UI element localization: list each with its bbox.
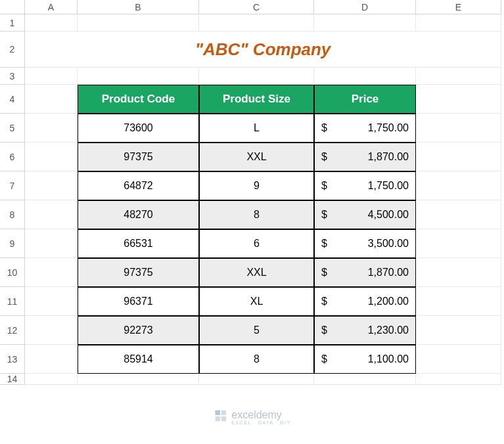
cell-e4[interactable] [416,85,501,114]
table-header-size[interactable]: Product Size [199,85,314,114]
table-row[interactable]: 48270 [78,200,199,229]
table-row[interactable]: 97375 [78,258,199,287]
cell-a12[interactable] [25,316,78,345]
cell-a5[interactable] [25,114,78,143]
currency-symbol: $ [321,151,327,163]
row-header-5[interactable]: 5 [0,114,25,143]
table-row[interactable]: 8 [199,345,314,374]
cell-a1[interactable] [25,14,78,32]
cell-a4[interactable] [25,85,78,114]
table-row[interactable]: 85914 [78,345,199,374]
col-header-e[interactable]: E [416,0,501,14]
col-header-c[interactable]: C [199,0,314,14]
table-row[interactable]: $3,500.00 [314,229,416,258]
table-row[interactable]: $1,870.00 [314,258,416,287]
row-header-12[interactable]: 12 [0,316,25,345]
watermark-name: exceldemy [231,410,290,420]
table-row[interactable]: 96371 [78,287,199,316]
table-row[interactable]: 97375 [78,143,199,171]
row-header-6[interactable]: 6 [0,143,25,171]
table-row[interactable]: L [199,114,314,143]
row-header-7[interactable]: 7 [0,171,25,200]
table-header-code[interactable]: Product Code [78,85,199,114]
cell-b14[interactable] [78,374,199,385]
table-row[interactable]: 66531 [78,229,199,258]
row-header-1[interactable]: 1 [0,14,25,32]
cell-a8[interactable] [25,200,78,229]
cell-a11[interactable] [25,287,78,316]
price-value: 1,200.00 [368,296,409,307]
col-header-a[interactable]: A [25,0,78,14]
table-row[interactable]: XXL [199,143,314,171]
cell-e14[interactable] [416,374,501,385]
cell-b3[interactable] [78,68,199,85]
table-row[interactable]: 9 [199,171,314,200]
table-row[interactable]: $1,230.00 [314,316,416,345]
cell-e11[interactable] [416,287,501,316]
cell-b1[interactable] [78,14,199,32]
cell-e13[interactable] [416,345,501,374]
row-header-9[interactable]: 9 [0,229,25,258]
watermark: exceldemy EXCEL · DATA · DIY [213,409,290,426]
cell-e3[interactable] [416,68,501,85]
table-row[interactable]: $1,750.00 [314,114,416,143]
cell-e9[interactable] [416,229,501,258]
cell-a3[interactable] [25,68,78,85]
select-all-corner[interactable] [0,0,25,14]
table-row[interactable]: 64872 [78,171,199,200]
row-header-14[interactable]: 14 [0,374,25,385]
cell-e12[interactable] [416,316,501,345]
table-row[interactable]: 73600 [78,114,199,143]
cell-d1[interactable] [314,14,416,32]
table-row[interactable]: XXL [199,258,314,287]
cell-c14[interactable] [199,374,314,385]
table-row[interactable]: $1,870.00 [314,143,416,171]
table-row[interactable]: 6 [199,229,314,258]
table-header-price[interactable]: Price [314,85,416,114]
cell-a9[interactable] [25,229,78,258]
page-title[interactable]: "ABC" Company [25,32,501,68]
table-row[interactable]: XL [199,287,314,316]
table-row[interactable]: 5 [199,316,314,345]
cell-c3[interactable] [199,68,314,85]
cell-d3[interactable] [314,68,416,85]
row-header-2[interactable]: 2 [0,32,25,68]
row-header-13[interactable]: 13 [0,345,25,374]
row-header-8[interactable]: 8 [0,200,25,229]
row-header-3[interactable]: 3 [0,68,25,85]
table-row[interactable]: $1,100.00 [314,345,416,374]
spreadsheet-grid: A B C D E 1 2 "ABC" Company 3 4 Product … [0,0,504,385]
price-value: 1,230.00 [368,324,409,336]
table-row[interactable]: $1,750.00 [314,171,416,200]
currency-symbol: $ [321,238,327,250]
cell-e1[interactable] [416,14,501,32]
cell-a10[interactable] [25,258,78,287]
cell-d14[interactable] [314,374,416,385]
cell-a7[interactable] [25,171,78,200]
row-header-10[interactable]: 10 [0,258,25,287]
cell-c1[interactable] [199,14,314,32]
table-row[interactable]: 8 [199,200,314,229]
cell-a14[interactable] [25,374,78,385]
cell-e10[interactable] [416,258,501,287]
price-value: 3,500.00 [368,238,409,250]
cell-a13[interactable] [25,345,78,374]
row-header-4[interactable]: 4 [0,85,25,114]
table-row[interactable]: $1,200.00 [314,287,416,316]
table-row[interactable]: $4,500.00 [314,200,416,229]
currency-symbol: $ [321,296,327,307]
table-row[interactable]: 92273 [78,316,199,345]
col-header-d[interactable]: D [314,0,416,14]
cell-e6[interactable] [416,143,501,171]
currency-symbol: $ [321,324,327,336]
col-header-b[interactable]: B [78,0,199,14]
cell-e8[interactable] [416,200,501,229]
currency-symbol: $ [321,267,327,278]
cell-e7[interactable] [416,171,501,200]
currency-symbol: $ [321,122,327,134]
cell-e5[interactable] [416,114,501,143]
price-value: 1,100.00 [368,353,409,365]
price-value: 1,750.00 [368,180,409,192]
row-header-11[interactable]: 11 [0,287,25,316]
cell-a6[interactable] [25,143,78,171]
